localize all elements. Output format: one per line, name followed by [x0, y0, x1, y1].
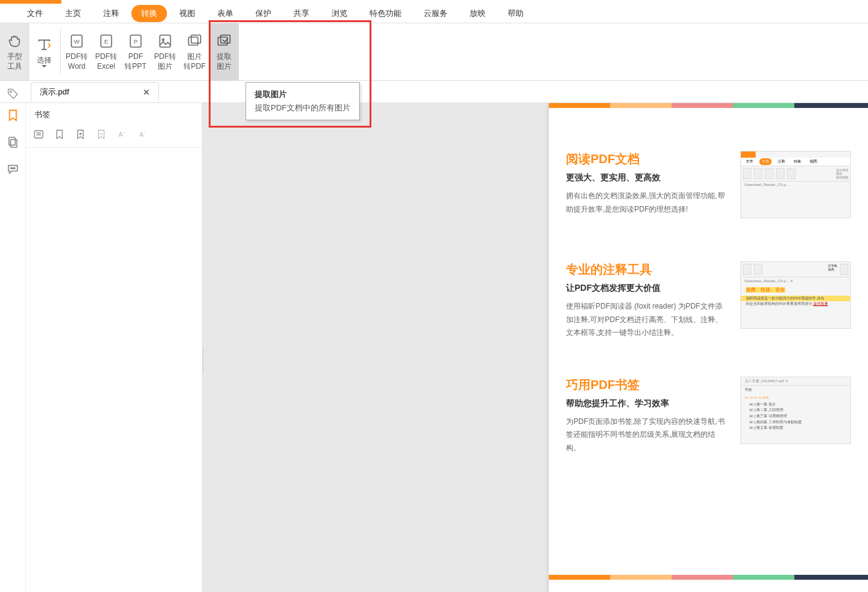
pdf-to-image-button[interactable]: PDF转 图片 [150, 23, 180, 80]
select-tool-label: 选择 [37, 56, 52, 66]
tooltip-description: 提取PDF文档中的所有图片 [255, 102, 351, 113]
pdf-to-image-label: PDF转 图片 [154, 52, 176, 71]
svg-rect-13 [9, 137, 15, 145]
page-top-stripe [549, 103, 868, 108]
document-canvas[interactable]: 阅读PDF文档 更强大、更实用、更高效 拥有出色的文档渲染效果,强大的页面管理功… [203, 103, 868, 592]
tooltip-title: 提取图片 [255, 89, 351, 100]
comments-rail-icon[interactable] [6, 162, 20, 177]
extract-image-tooltip: 提取图片 提取PDF文档中的所有图片 [246, 82, 360, 120]
hand-icon [6, 33, 23, 50]
svg-point-15 [10, 167, 12, 169]
feature-read-pdf: 阅读PDF文档 更强大、更实用、更高效 拥有出色的文档渲染效果,强大的页面管理功… [549, 139, 868, 225]
bookmark-rail-icon[interactable] [6, 108, 20, 123]
feature-description: 拥有出色的文档渲染效果,强大的页面管理功能,帮助提升效率,是您阅读PDF的理想选… [566, 190, 729, 216]
feature-description: 为PDF页面添加书签,除了实现内容的快速导航,书签还能指明不同书签的层级关系,展… [566, 415, 729, 455]
bookmark-remove-icon[interactable] [96, 129, 108, 141]
select-tool-button[interactable]: 选择 [29, 23, 59, 80]
menu-special[interactable]: 特色功能 [360, 5, 411, 22]
pdf-to-ppt-label: PDF 转PPT [125, 52, 146, 71]
document-tab-bar: 演示.pdf ✕ [0, 81, 868, 103]
pdf-to-word-label: PDF转 Word [66, 52, 88, 71]
pdf-page: 阅读PDF文档 更强大、更实用、更高效 拥有出色的文档渲染效果,强大的页面管理功… [549, 103, 868, 592]
image-to-pdf-button[interactable]: 图片 转PDF [180, 23, 209, 80]
file-tab-name: 演示.pdf [40, 86, 69, 98]
feature-thumbnail: 文件主页注释转换视图 适合页面重排旋转视图 Datasheet_Reader_C… [740, 151, 851, 218]
main-workspace: 书签 A+ A− 阅读PDF文档 更强大、更实用、更高效 拥有出色的文档渲染效果… [0, 103, 868, 592]
ribbon-separator [60, 28, 61, 75]
pdf-to-word-button[interactable]: W PDF转 Word [62, 23, 91, 80]
feature-subtitle: 帮助您提升工作、学习效率 [566, 398, 729, 409]
ppt-doc-icon: P [127, 33, 144, 50]
font-decrease-icon[interactable]: A− [138, 129, 150, 141]
bookmark-panel-title: 书签 [26, 103, 202, 126]
feature-annotation: 专业的注释工具 让PDF文档发挥更大价值 使用福昕PDF阅读器 (foxit r… [549, 249, 868, 346]
menu-play[interactable]: 放映 [460, 5, 495, 22]
excel-doc-icon: E [98, 33, 115, 50]
svg-rect-6 [160, 35, 170, 47]
svg-text:+: + [123, 131, 126, 134]
pages-rail-icon[interactable] [6, 135, 20, 150]
extract-image-button[interactable]: 提取 图片 [209, 23, 239, 80]
ribbon-toolbar: 手型 工具 选择 W PDF转 Word E PDF转 Excel P PDF … [0, 23, 868, 81]
svg-rect-18 [34, 131, 43, 138]
text-cursor-icon [36, 36, 53, 53]
bookmark-toolbar: A+ A− [26, 126, 202, 148]
extract-image-icon [215, 33, 233, 50]
bookmark-list-icon[interactable] [33, 129, 45, 141]
svg-text:−: − [144, 131, 147, 134]
images-stack-icon [186, 33, 203, 50]
left-navigation-rail [0, 103, 26, 592]
menu-cloud[interactable]: 云服务 [414, 5, 457, 22]
svg-point-16 [12, 167, 14, 169]
font-increase-icon[interactable]: A+ [117, 129, 129, 141]
menu-share[interactable]: 共享 [284, 5, 319, 22]
svg-point-17 [14, 167, 15, 169]
image-to-pdf-label: 图片 转PDF [184, 52, 206, 71]
hand-tool-label: 手型 工具 [7, 52, 22, 71]
chevron-down-icon [42, 65, 47, 67]
feature-description: 使用福昕PDF阅读器 (foxit reader) 为PDF文件添加注释,可对P… [566, 300, 729, 340]
svg-rect-8 [188, 37, 198, 45]
bookmark-panel: 书签 A+ A− [26, 103, 203, 592]
tag-icon[interactable] [7, 88, 19, 100]
panel-collapse-handle[interactable] [203, 348, 204, 372]
menu-file[interactable]: 文件 [17, 5, 53, 22]
word-doc-icon: W [68, 33, 85, 50]
svg-rect-14 [10, 139, 17, 147]
feature-bookmark: 巧用PDF书签 帮助您提升工作、学习效率 为PDF页面添加书签,除了实现内容的快… [549, 364, 868, 461]
menu-form[interactable]: 表单 [207, 5, 243, 22]
file-tab[interactable]: 演示.pdf ✕ [31, 82, 159, 101]
svg-text:A: A [118, 131, 123, 138]
svg-text:A: A [139, 131, 144, 138]
menu-annotate[interactable]: 注释 [93, 5, 129, 22]
svg-rect-11 [221, 35, 230, 43]
svg-text:W: W [74, 38, 80, 45]
pdf-to-excel-label: PDF转 Excel [95, 52, 117, 71]
menu-browse[interactable]: 浏览 [322, 5, 357, 22]
feature-title: 巧用PDF书签 [566, 377, 729, 393]
svg-rect-9 [192, 35, 201, 43]
hand-tool-button[interactable]: 手型 工具 [0, 23, 29, 80]
menu-protect[interactable]: 保护 [246, 5, 281, 22]
svg-point-7 [162, 39, 164, 40]
menu-home[interactable]: 主页 [55, 5, 91, 22]
bookmark-add-child-icon[interactable] [75, 129, 87, 141]
feature-subtitle: 更强大、更实用、更高效 [566, 172, 729, 183]
pdf-to-excel-button[interactable]: E PDF转 Excel [91, 23, 121, 80]
feature-subtitle: 让PDF文档发挥更大价值 [566, 283, 729, 294]
bookmark-add-icon[interactable] [54, 129, 66, 141]
feature-thumbnail: 打字机高亮 Datasheet_Reader_CN.p... ✕ 免费、快速、安… [740, 261, 851, 329]
feature-title: 专业的注释工具 [566, 261, 729, 278]
menu-view[interactable]: 视图 [169, 5, 205, 22]
svg-text:E: E [104, 38, 109, 45]
menu-help[interactable]: 帮助 [498, 5, 533, 22]
pdf-to-ppt-button[interactable]: P PDF 转PPT [121, 23, 150, 80]
extract-image-label: 提取 图片 [217, 52, 231, 71]
image-doc-icon [157, 33, 174, 50]
menu-convert[interactable]: 转换 [131, 5, 167, 22]
close-tab-button[interactable]: ✕ [143, 88, 150, 97]
svg-point-12 [10, 91, 12, 93]
menu-bar: 文件 主页 注释 转换 视图 表单 保护 共享 浏览 特色功能 云服务 放映 帮… [0, 4, 868, 23]
feature-title: 阅读PDF文档 [566, 151, 729, 167]
feature-thumbnail: 员工手册_20120917.pdf ✕ 书签 ▭ ▭ ▭ ▭ A A ⊞ ▯ 第… [740, 377, 851, 444]
